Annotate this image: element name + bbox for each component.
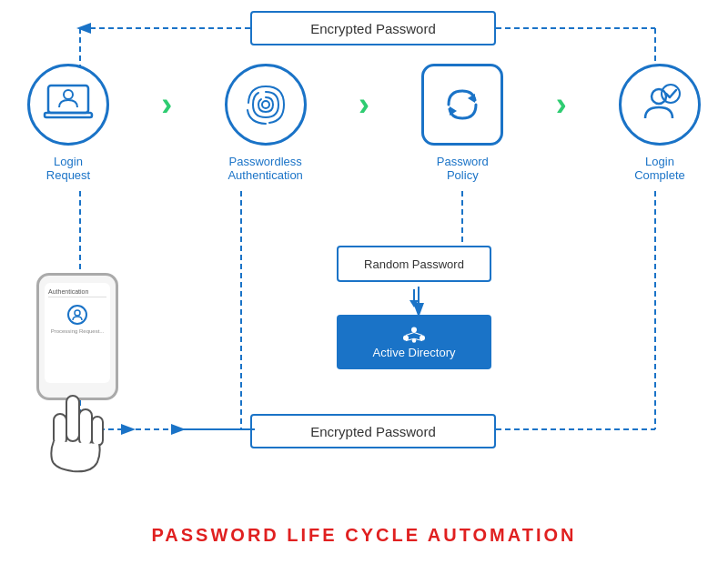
svg-line-28 [414,333,422,336]
step-password-policy: PasswordPolicy [421,64,503,182]
password-policy-label: PasswordPolicy [437,155,489,182]
login-complete-icon-circle [619,64,701,146]
svg-rect-32 [66,396,79,441]
chevron-2: › [359,86,369,124]
top-encrypted-password-label: Encrypted Password [310,21,436,36]
down-arrow-icon [405,289,423,307]
svg-point-20 [662,85,680,103]
active-directory-label: Active Directory [372,346,455,360]
phone-screen-title: Authentication [48,288,106,297]
hand-gesture-icon [41,391,114,482]
laptop-icon [41,82,96,127]
password-policy-icon-box [421,64,503,146]
login-complete-icon [634,80,684,130]
svg-marker-22 [410,300,419,307]
policy-cycle-icon [435,77,490,132]
svg-point-16 [262,101,269,108]
bottom-encrypted-password-box: Encrypted Password [250,414,496,448]
phone-user-icon [67,305,87,325]
step-passwordless-auth: PasswordlessAuthentication [225,64,307,182]
svg-point-15 [64,90,73,99]
login-complete-label: LoginComplete [634,155,685,182]
page-title: Password Life Cycle Automation [0,525,728,546]
random-password-label: Random Password [364,257,464,271]
step-login-request: LoginRequest [27,64,109,182]
phone-user-avatar-icon [71,308,84,321]
login-request-icon-circle [27,64,109,146]
phone-screen: Authentication Processing Request... [45,283,110,383]
svg-rect-33 [54,414,66,446]
chevron-3: › [556,86,567,124]
fingerprint-icon [238,77,293,132]
step-login-complete: LoginComplete [619,64,701,182]
passwordless-auth-label: PasswordlessAuthentication [228,155,302,182]
active-directory-icon [400,324,428,344]
passwordless-auth-icon-circle [225,64,307,146]
random-password-box: Random Password [337,246,491,282]
active-directory-box: Active Directory [337,315,491,369]
svg-line-27 [406,333,414,336]
phone-body: Authentication Processing Request... [36,273,118,400]
bottom-encrypted-password-label: Encrypted Password [310,424,436,439]
login-request-label: LoginRequest [46,155,90,182]
diagram-container: Encrypted Password LoginRequest › [0,0,728,564]
svg-rect-14 [45,113,92,117]
bottom-flow-section: Random Password Active Directory [337,246,491,369]
main-steps-row: LoginRequest › PasswordlessAuthenticatio… [27,64,701,182]
top-encrypted-password-box: Encrypted Password [250,11,496,45]
phone-processing-text: Processing Request... [51,328,105,334]
svg-rect-35 [92,417,103,446]
chevron-1: › [161,86,172,124]
svg-point-23 [411,327,417,333]
svg-point-31 [75,310,80,316]
svg-point-19 [652,89,666,104]
touch-hand-icon [41,391,114,496]
svg-rect-34 [79,409,92,446]
